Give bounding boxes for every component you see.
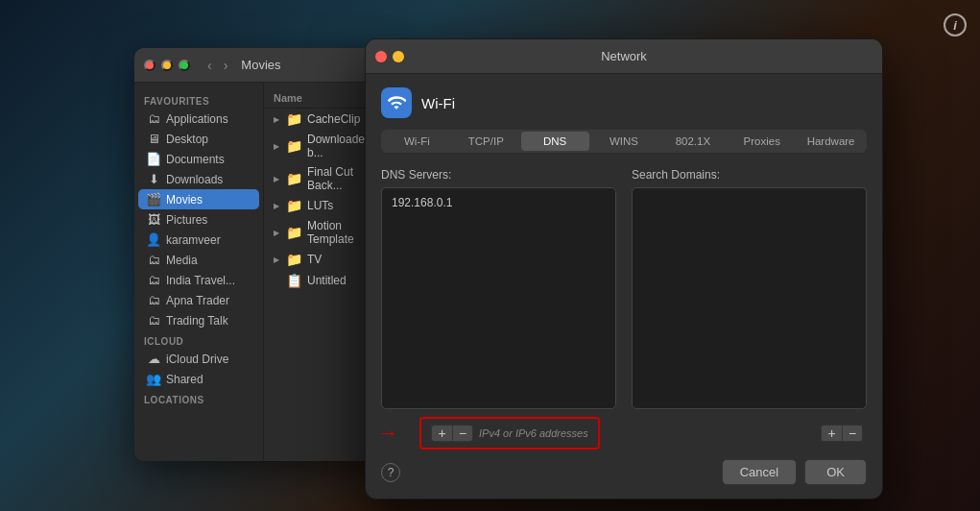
tab-dns[interactable]: DNS bbox=[521, 132, 589, 151]
network-dialog: Network Wi-Fi Wi-Fi TCP/IP DNS WINS 802.… bbox=[365, 38, 883, 499]
sidebar-item-shared-label: Shared bbox=[166, 373, 203, 386]
folder-icon: 📁 bbox=[286, 225, 302, 240]
finder-item-label: TV bbox=[307, 253, 322, 266]
search-domains-add-button[interactable]: + bbox=[821, 425, 842, 442]
bottom-controls: → + − IPv4 or IPv6 addresses + − bbox=[381, 417, 867, 450]
search-domains-list[interactable] bbox=[632, 187, 867, 409]
cancel-button[interactable]: Cancel bbox=[722, 459, 797, 485]
expand-icon: ▶ bbox=[274, 229, 279, 237]
india-travel-icon: 🗂 bbox=[146, 273, 161, 287]
wifi-icon-container bbox=[381, 87, 412, 118]
tab-wifi[interactable]: Wi-Fi bbox=[383, 132, 451, 151]
sidebar-section-icloud: iCloud bbox=[134, 330, 263, 349]
sidebar-item-apna-trader-label: Apna Trader bbox=[166, 294, 229, 307]
sidebar-item-india-travel-label: India Travel... bbox=[166, 274, 235, 287]
search-domains-add-remove: + − bbox=[821, 425, 863, 442]
search-domains-column: Search Domains: bbox=[632, 168, 867, 409]
search-domains-label: Search Domains: bbox=[632, 168, 867, 182]
media-icon: 🗂 bbox=[146, 253, 161, 267]
sidebar-item-desktop[interactable]: 🖥 Desktop bbox=[138, 129, 259, 149]
dialog-action-buttons: Cancel OK bbox=[722, 459, 867, 485]
dialog-bottom-row: ? Cancel OK bbox=[381, 459, 867, 485]
sidebar-item-icloud-drive-label: iCloud Drive bbox=[166, 353, 228, 366]
dns-content: DNS Servers: 192.168.0.1 Search Domains: bbox=[381, 168, 867, 409]
dns-remove-button[interactable]: − bbox=[452, 425, 473, 442]
apna-trader-icon: 🗂 bbox=[146, 293, 161, 307]
window-minimize-button[interactable] bbox=[161, 60, 173, 71]
sidebar-item-applications[interactable]: 🗂 Applications bbox=[138, 109, 259, 129]
expand-icon: ▶ bbox=[274, 202, 279, 210]
dns-bottom-left: → + − IPv4 or IPv6 addresses bbox=[419, 417, 600, 450]
folder-icon: 📁 bbox=[286, 138, 302, 154]
sidebar-item-applications-label: Applications bbox=[166, 112, 228, 126]
search-domains-remove-button[interactable]: − bbox=[842, 425, 863, 442]
sidebar-item-desktop-label: Desktop bbox=[166, 133, 208, 146]
window-close-button[interactable] bbox=[144, 60, 155, 71]
sidebar-item-documents[interactable]: 📄 Documents bbox=[138, 149, 259, 169]
sidebar-item-downloads[interactable]: ⬇ Downloads bbox=[138, 169, 259, 189]
sidebar-item-icloud-drive[interactable]: ☁ iCloud Drive bbox=[138, 349, 259, 369]
sidebar-item-shared[interactable]: 👥 Shared bbox=[138, 369, 259, 389]
documents-icon: 📄 bbox=[146, 152, 161, 166]
shared-icon: 👥 bbox=[146, 372, 161, 386]
dns-servers-list[interactable]: 192.168.0.1 bbox=[381, 187, 616, 409]
sidebar-item-movies[interactable]: 🎬 Movies bbox=[138, 189, 259, 209]
dns-servers-column: DNS Servers: 192.168.0.1 bbox=[381, 168, 616, 409]
ipv-hint-text: IPv4 or IPv6 addresses bbox=[479, 427, 588, 439]
help-button[interactable]: ? bbox=[381, 463, 400, 482]
tab-wins[interactable]: WINS bbox=[590, 132, 658, 151]
tab-tcpip[interactable]: TCP/IP bbox=[452, 132, 520, 151]
sidebar-item-trading-talk[interactable]: 🗂 Trading Talk bbox=[138, 310, 259, 330]
tab-8021x[interactable]: 802.1X bbox=[658, 132, 727, 151]
sidebar-section-favourites: Favourites bbox=[134, 90, 263, 109]
dns-input-highlight-box: + − IPv4 or IPv6 addresses bbox=[419, 417, 600, 450]
dialog-minimize-button[interactable] bbox=[393, 51, 404, 62]
sidebar-item-downloads-label: Downloads bbox=[166, 173, 223, 186]
file-icon: 📋 bbox=[286, 273, 302, 288]
finder-body: Favourites 🗂 Applications 🖥 Desktop 📄 Do… bbox=[134, 83, 384, 461]
dialog-titlebar: Network bbox=[366, 39, 882, 74]
dns-add-button[interactable]: + bbox=[431, 425, 452, 442]
sidebar-item-documents-label: Documents bbox=[166, 153, 225, 166]
tabs-bar: Wi-Fi TCP/IP DNS WINS 802.1X Proxies Har… bbox=[381, 130, 867, 153]
dialog-body: Wi-Fi Wi-Fi TCP/IP DNS WINS 802.1X Proxi… bbox=[366, 74, 882, 499]
sidebar-item-karamveer-label: karamveer bbox=[166, 233, 221, 247]
sidebar-item-trading-talk-label: Trading Talk bbox=[166, 314, 228, 328]
wifi-header: Wi-Fi bbox=[381, 87, 867, 118]
sidebar-item-movies-label: Movies bbox=[166, 193, 203, 207]
finder-item-label: LUTs bbox=[307, 199, 333, 212]
dns-servers-label: DNS Servers: bbox=[381, 168, 616, 182]
dialog-title: Network bbox=[601, 49, 647, 63]
dns-entry: 192.168.0.1 bbox=[388, 194, 610, 211]
finder-title: Movies bbox=[241, 58, 280, 72]
finder-back-button[interactable]: ‹ bbox=[203, 56, 216, 75]
sidebar-item-media-label: Media bbox=[166, 254, 198, 267]
expand-icon: ▶ bbox=[274, 115, 279, 124]
sidebar-item-pictures-label: Pictures bbox=[166, 213, 207, 227]
dialog-close-button[interactable] bbox=[375, 51, 387, 62]
expand-icon: ▶ bbox=[274, 142, 279, 151]
info-icon[interactable]: i bbox=[944, 13, 967, 36]
finder-item-label: Untitled bbox=[307, 274, 347, 287]
ok-button[interactable]: OK bbox=[804, 459, 867, 485]
movies-icon: 🎬 bbox=[146, 192, 161, 207]
sidebar-item-pictures[interactable]: 🖼 Pictures bbox=[138, 209, 259, 230]
sidebar-item-india-travel[interactable]: 🗂 India Travel... bbox=[138, 270, 259, 290]
tab-proxies[interactable]: Proxies bbox=[728, 132, 796, 151]
finder-window: ‹ › Movies Favourites 🗂 Applications 🖥 D… bbox=[134, 48, 384, 461]
sidebar-item-karamveer[interactable]: 👤 karamveer bbox=[138, 230, 259, 250]
downloads-icon: ⬇ bbox=[146, 172, 161, 186]
expand-icon: ▶ bbox=[274, 256, 279, 264]
wifi-label: Wi-Fi bbox=[421, 95, 455, 111]
sidebar-item-apna-trader[interactable]: 🗂 Apna Trader bbox=[138, 290, 259, 310]
finder-nav-buttons: ‹ › bbox=[203, 56, 231, 75]
finder-forward-button[interactable]: › bbox=[220, 56, 232, 75]
folder-icon: 📁 bbox=[286, 171, 302, 186]
user-icon: 👤 bbox=[146, 232, 161, 247]
tab-hardware[interactable]: Hardware bbox=[797, 132, 865, 151]
desktop-icon: 🖥 bbox=[146, 132, 161, 146]
window-maximize-button[interactable] bbox=[179, 60, 190, 71]
sidebar-section-locations: Locations bbox=[134, 389, 263, 407]
pictures-icon: 🖼 bbox=[146, 212, 161, 227]
sidebar-item-media[interactable]: 🗂 Media bbox=[138, 250, 259, 270]
